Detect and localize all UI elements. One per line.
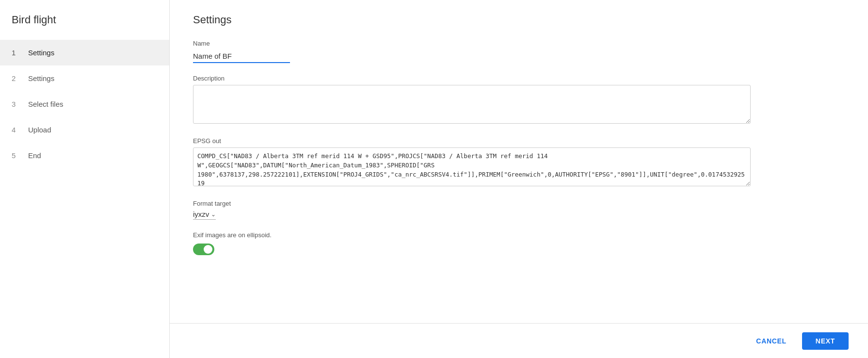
sidebar-step-5[interactable]: 5 End bbox=[0, 143, 169, 168]
main-content: Settings Name Description EPSG out Forma… bbox=[170, 0, 868, 358]
sidebar-step-2[interactable]: 2 Settings bbox=[0, 65, 169, 91]
sidebar-step-3[interactable]: 3 Select files bbox=[0, 91, 169, 117]
step-number-4: 4 bbox=[12, 126, 20, 134]
exif-toggle[interactable] bbox=[193, 244, 214, 255]
name-group: Name bbox=[193, 40, 845, 63]
exif-label: Exif images are on ellipsoid. bbox=[193, 231, 845, 239]
description-textarea[interactable] bbox=[193, 85, 751, 124]
step-number-3: 3 bbox=[12, 100, 20, 108]
cancel-button[interactable]: CANCEL bbox=[748, 332, 794, 350]
epsg-textarea[interactable] bbox=[193, 147, 751, 186]
toggle-slider bbox=[193, 244, 214, 255]
epsg-label: EPSG out bbox=[193, 137, 845, 145]
chevron-down-icon: ⌄ bbox=[211, 211, 216, 218]
action-bar: CANCEL NEXT bbox=[170, 323, 868, 358]
exif-group: Exif images are on ellipsoid. bbox=[193, 231, 845, 255]
step-number-1: 1 bbox=[12, 49, 20, 57]
sidebar: Bird flight 1 Settings 2 Settings 3 Sele… bbox=[0, 0, 170, 358]
name-input[interactable] bbox=[193, 50, 290, 63]
format-target-label: Format target bbox=[193, 200, 845, 207]
app-title: Bird flight bbox=[0, 0, 169, 40]
steps-list: 1 Settings 2 Settings 3 Select files 4 U… bbox=[0, 40, 169, 168]
epsg-group: EPSG out bbox=[193, 137, 845, 188]
step-label-4: Upload bbox=[28, 126, 51, 134]
step-number-5: 5 bbox=[12, 151, 20, 160]
format-select-value: iyxzv bbox=[193, 210, 209, 218]
format-select[interactable]: iyxzv ⌄ bbox=[193, 210, 216, 220]
format-target-group: Format target iyxzv ⌄ bbox=[193, 200, 845, 220]
sidebar-step-1[interactable]: 1 Settings bbox=[0, 40, 169, 65]
next-button[interactable]: NEXT bbox=[802, 332, 849, 350]
step-label-2: Settings bbox=[28, 74, 54, 82]
sidebar-step-4[interactable]: 4 Upload bbox=[0, 117, 169, 143]
step-label-5: End bbox=[28, 151, 41, 160]
step-label-1: Settings bbox=[28, 49, 54, 57]
step-label-3: Select files bbox=[28, 100, 64, 108]
name-label: Name bbox=[193, 40, 845, 47]
description-label: Description bbox=[193, 75, 845, 82]
description-group: Description bbox=[193, 75, 845, 126]
step-number-2: 2 bbox=[12, 74, 20, 82]
page-title: Settings bbox=[193, 14, 845, 26]
